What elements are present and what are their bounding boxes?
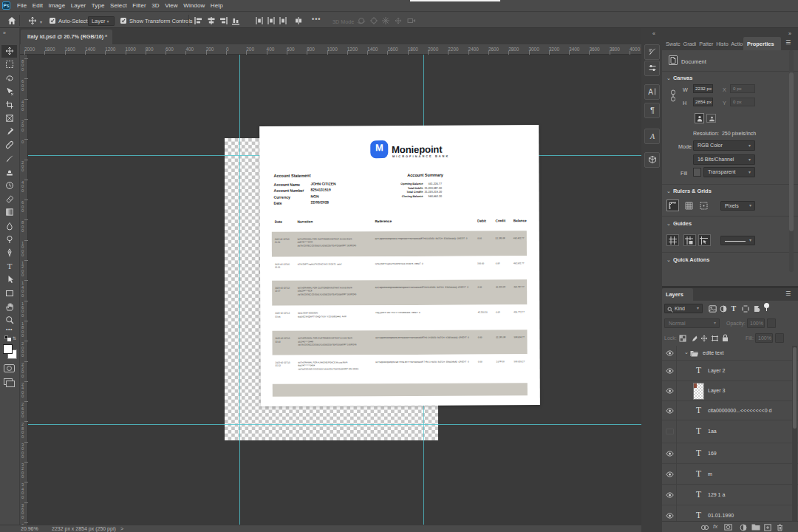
svg-text:A: A [648,88,653,96]
svg-text:A: A [649,132,655,140]
svg-text:T: T [7,262,13,270]
svg-text:¶: ¶ [650,106,655,115]
